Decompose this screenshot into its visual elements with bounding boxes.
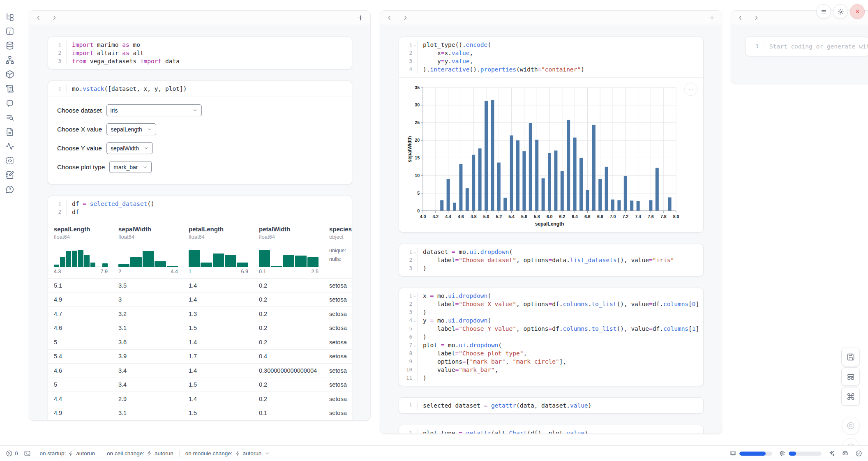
code-line: 4⌄y = mo.ui.dropdown(	[399, 316, 703, 325]
save-button[interactable]	[841, 348, 860, 366]
memory-fill	[739, 452, 766, 456]
logs-icon[interactable]	[5, 113, 14, 122]
dataset-select-value: iris	[111, 107, 118, 114]
code-line: 5 label="Choose Y value", options=df.col…	[399, 325, 703, 333]
column-histogram	[54, 245, 108, 267]
layout-button[interactable]	[841, 367, 860, 386]
code-line: 2 x=x.value,	[399, 49, 703, 57]
generate-link[interactable]: generate	[827, 43, 856, 50]
code-line: 3from vega_datasets import data	[48, 57, 352, 65]
chart-actions-button[interactable]	[684, 83, 697, 96]
svg-text:0: 0	[417, 208, 420, 213]
terminal-icon[interactable]	[24, 450, 31, 457]
column-prev-icon[interactable]	[737, 15, 743, 21]
column-header[interactable]: sepalLengthfloat644.37.9	[54, 226, 118, 278]
column-header[interactable]: sepalWidthfloat6424.4	[118, 226, 189, 278]
column-next-icon[interactable]	[402, 15, 409, 21]
x-value-label: Choose X value	[57, 126, 102, 133]
imports-code-editor[interactable]: 1import marimo as mo2import altair as al…	[48, 37, 352, 69]
errors-icon[interactable]	[6, 450, 13, 457]
copilot-icon[interactable]	[842, 450, 849, 457]
selected-code-editor[interactable]: 1selected_dataset = getattr(data, datase…	[399, 398, 703, 413]
line-number: 1	[755, 42, 759, 51]
svg-text:4.2: 4.2	[432, 214, 439, 219]
lightning-icon	[235, 451, 240, 456]
column-next-icon[interactable]	[51, 15, 58, 21]
outputs-icon[interactable]	[5, 156, 14, 165]
stop-button[interactable]	[842, 417, 860, 435]
column-prev-icon[interactable]	[386, 15, 392, 21]
on-startup-setting[interactable]: on startup: autorun	[40, 450, 95, 456]
chevron-down-icon	[144, 146, 149, 151]
cpu-track	[789, 452, 822, 456]
table-row: 53.41.50.2setosa	[48, 378, 352, 392]
y-value-select[interactable]: sepalWidth	[106, 142, 153, 154]
column-header[interactable]: petalWidthfloat640.12.5	[259, 226, 329, 278]
gear-icon	[837, 8, 844, 15]
svg-text:6.8: 6.8	[597, 214, 603, 219]
dataset-code-editor[interactable]: 1⌄dataset = mo.ui.dropdown(2 label="Choo…	[399, 244, 703, 276]
svg-text:5.0: 5.0	[483, 214, 489, 219]
xyplot-code-editor[interactable]: 1⌄x = mo.ui.dropdown(2 label="Choose X v…	[399, 288, 703, 386]
connection-status-icon[interactable]	[855, 450, 862, 457]
table-row: 5.43.91.70.4setosa	[48, 349, 352, 364]
plottype-code-editor[interactable]: 1plot_type = getattr(alt.Chart(df), plot…	[399, 425, 703, 434]
plot-code-editor[interactable]: 1⌄plot_type().encode(2 x=x.value,3 y=y.v…	[399, 37, 703, 77]
tracing-icon[interactable]	[5, 142, 14, 151]
code-line: 1⌄x = mo.ui.dropdown(	[399, 292, 703, 300]
x-select-value: sepalLength	[111, 126, 142, 133]
snippets-icon[interactable]	[5, 127, 14, 136]
chevron-down-icon	[143, 165, 148, 170]
svg-text:20: 20	[415, 138, 420, 143]
x-control-row: Choose X value sepalLength	[57, 123, 343, 135]
packages-icon[interactable]	[5, 70, 14, 79]
hamburger-icon	[820, 8, 827, 15]
save-icon	[847, 353, 855, 361]
y-control-row: Choose Y value sepalWidth	[57, 142, 343, 154]
column-header[interactable]: petalLengthfloat6416.9	[189, 226, 259, 278]
empty-code-editor[interactable]: 1 Start coding or generate with AI.	[746, 37, 868, 56]
x-value-select[interactable]: sepalLength	[106, 123, 156, 135]
close-button[interactable]	[850, 4, 865, 19]
window-controls	[816, 4, 865, 19]
df-code-editor[interactable]: 1df = selected_dataset()2df	[48, 196, 352, 220]
ai-sparkles-icon[interactable]	[828, 450, 835, 457]
menu-button[interactable]	[816, 4, 831, 19]
table-row: 4.93.11.50.1setosa	[48, 406, 352, 420]
on-cell-change-setting[interactable]: on cell change: autorun	[107, 450, 173, 456]
shortcuts-button[interactable]	[841, 387, 860, 406]
vstack-code-editor[interactable]: 1mo.vstack([dataset, x, y, plot])	[48, 81, 352, 97]
svg-text:7.0: 7.0	[610, 214, 616, 219]
chat-icon[interactable]	[5, 99, 14, 108]
column-prev-icon[interactable]	[35, 15, 42, 21]
svg-text:4.6: 4.6	[458, 214, 464, 219]
datasources-icon[interactable]	[5, 41, 14, 50]
column-histogram	[118, 245, 178, 267]
on-startup-label: on startup:	[40, 450, 66, 456]
column-next-icon[interactable]	[753, 15, 760, 21]
variables-icon[interactable]: f	[5, 27, 14, 36]
plot-type-select[interactable]: mark_bar	[109, 161, 152, 173]
code-line: 7⌄plot = mo.ui.dropdown(	[399, 341, 703, 349]
svg-text:6.2: 6.2	[559, 214, 565, 219]
documentation-icon[interactable]	[5, 84, 14, 93]
svg-text:sepalLength: sepalLength	[535, 221, 564, 227]
scratchpad-icon[interactable]	[5, 171, 14, 180]
stop-circle-icon	[847, 422, 855, 430]
dataset-select[interactable]: iris	[106, 104, 202, 116]
add-column-icon[interactable]	[709, 14, 716, 21]
dataset-control-row: Choose dataset iris	[57, 104, 343, 116]
chart-output[interactable]: 4.04.24.44.64.85.05.25.45.65.86.06.26.46…	[399, 77, 703, 232]
dependencies-icon[interactable]	[5, 55, 14, 65]
y-select-value: sepalWidth	[111, 145, 139, 152]
code-line: 9 options=["mark_bar", "mark_circle"],	[399, 357, 703, 366]
svg-text:25: 25	[415, 120, 420, 125]
settings-button[interactable]	[833, 4, 848, 19]
on-module-change-setting[interactable]: on module change: autorun	[185, 450, 270, 456]
add-column-icon[interactable]	[357, 14, 364, 21]
help-icon[interactable]	[5, 185, 14, 194]
code-line: 2 label="Choose X value", options=df.col…	[399, 300, 703, 308]
table-footer: 150 rows, 5 columns « ‹ Page 1 of 15 › »…	[48, 420, 352, 421]
file-tree-icon[interactable]	[5, 12, 14, 21]
column-header[interactable]: speciesobjectunique:nulls:	[329, 226, 352, 278]
